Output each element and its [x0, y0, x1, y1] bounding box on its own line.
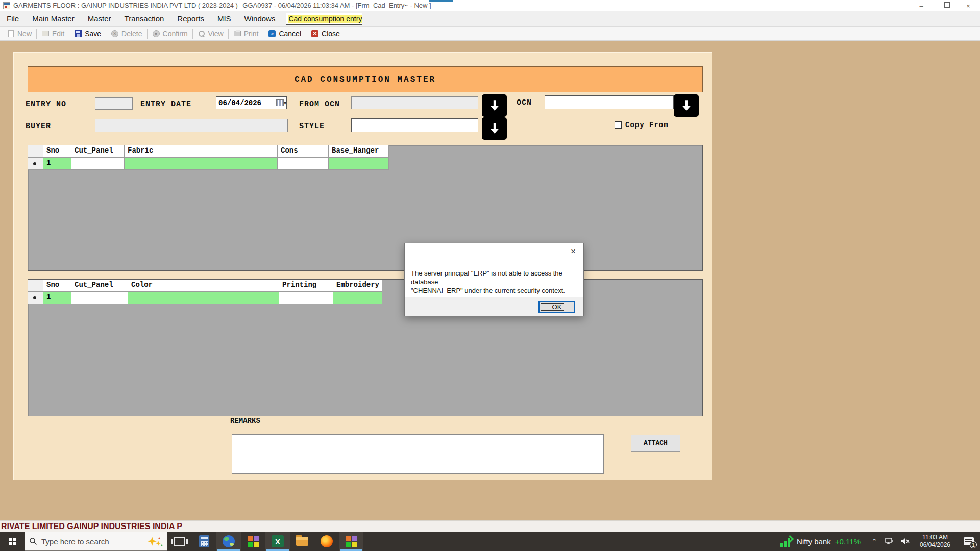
cell-embroidery[interactable] — [333, 292, 382, 304]
taskbar-app-erp-globe[interactable] — [216, 532, 241, 551]
delete-button[interactable]: ✕Delete — [106, 28, 146, 40]
globe-icon — [223, 535, 235, 547]
style-field[interactable] — [351, 118, 478, 132]
tray-expand-chevron[interactable]: ⌃ — [867, 532, 882, 551]
cell-fabric[interactable] — [125, 158, 278, 170]
column-header[interactable]: Cons — [278, 145, 329, 158]
row-selector[interactable] — [28, 158, 43, 170]
edit-button[interactable]: Edit — [37, 28, 69, 40]
close-button[interactable]: × — [957, 0, 980, 11]
taskbar-app-excel[interactable]: X — [265, 532, 290, 551]
column-header[interactable]: Sno — [43, 145, 71, 158]
column-header[interactable]: Color — [128, 280, 279, 292]
taskbar-app-colorful-2[interactable] — [339, 532, 363, 551]
taskbar-clock[interactable]: 11:03 AM 06/04/2026 — [913, 532, 958, 551]
notification-badge: 1 — [970, 541, 977, 548]
entry-date-value: 06/04/2026 — [216, 97, 276, 109]
cell-cut-panel[interactable] — [71, 158, 125, 170]
date-dropdown-arrow-icon[interactable]: ▾ — [284, 100, 286, 106]
row-selector[interactable] — [28, 292, 43, 304]
copy-from-checkbox[interactable] — [615, 121, 622, 129]
taskbar-app-file-explorer[interactable] — [290, 532, 314, 551]
new-button[interactable]: New — [2, 28, 36, 40]
view-button[interactable]: View — [193, 28, 228, 40]
app-icon — [3, 2, 10, 9]
cell-printing[interactable] — [279, 292, 333, 304]
menu-mis[interactable]: MIS — [211, 11, 238, 27]
from-ocn-lookup-button[interactable] — [482, 94, 507, 117]
restore-icon — [943, 4, 947, 8]
menu-transaction[interactable]: Transaction — [118, 11, 171, 27]
cell-cut-panel[interactable] — [71, 292, 128, 304]
cell-sno[interactable]: 1 — [43, 158, 71, 170]
ocn-lookup-button[interactable] — [674, 94, 699, 117]
close-x-icon: ✕ — [311, 30, 319, 38]
stock-ticker-widget[interactable]: Nifty bank +0.11% — [774, 532, 867, 551]
form-title-banner: CAD CONSUMPTION MASTER — [28, 66, 703, 92]
taskbar-search[interactable]: Type here to search — [24, 532, 167, 551]
menu-main-master[interactable]: Main Master — [26, 11, 81, 27]
excel-icon: X — [272, 535, 284, 547]
ocn-field[interactable] — [545, 95, 674, 109]
column-header[interactable]: Cut_Panel — [71, 280, 128, 292]
entry-date-label: ENTRY DATE — [140, 100, 191, 109]
menu-file[interactable]: File — [0, 11, 26, 27]
column-header[interactable]: Printing — [279, 280, 333, 292]
clock-time: 11:03 AM — [922, 534, 948, 541]
copilot-sparkle-icon — [145, 536, 163, 547]
taskbar-app-colorful-1[interactable] — [241, 532, 265, 551]
style-lookup-button[interactable] — [482, 117, 507, 140]
calculator-icon — [199, 535, 209, 547]
minimize-button[interactable]: – — [910, 0, 933, 11]
menu-reports[interactable]: Reports — [170, 11, 211, 27]
screen-select-combobox[interactable]: Cad consumption entry — [286, 13, 362, 25]
column-header[interactable]: Base_Hanger — [329, 145, 389, 158]
ocn-label: OCN — [517, 98, 532, 107]
calendar-icon[interactable] — [276, 99, 284, 106]
row-selector-header — [28, 280, 43, 292]
taskbar-app-firefox[interactable] — [314, 532, 339, 551]
menu-windows[interactable]: Windows — [238, 11, 282, 27]
ok-button[interactable]: OK — [538, 301, 575, 313]
network-tray-icon[interactable] — [882, 532, 897, 551]
attach-button[interactable]: ATTACH — [631, 435, 680, 452]
clock-date: 06/04/2026 — [920, 541, 950, 549]
close-button-toolbar[interactable]: ✕Close — [306, 28, 345, 40]
action-center-button[interactable]: 1 — [958, 532, 980, 551]
status-marquee-text: RIVATE LIMITED GAINUP INDUSTRIES INDIA P — [0, 522, 182, 531]
copy-from-option[interactable]: Copy From — [615, 121, 669, 129]
cancel-button[interactable]: »Cancel — [263, 28, 306, 40]
cell-color[interactable] — [128, 292, 279, 304]
print-button[interactable]: Print — [229, 28, 263, 40]
entry-date-field[interactable]: 06/04/2026 ▾ — [216, 96, 287, 109]
cell-sno[interactable]: 1 — [43, 292, 71, 304]
remarks-textarea[interactable] — [232, 434, 604, 474]
cell-base-hanger[interactable] — [329, 158, 389, 170]
menu-master[interactable]: Master — [81, 11, 118, 27]
task-view-button[interactable] — [167, 532, 192, 551]
dialog-close-icon[interactable]: × — [568, 246, 578, 257]
mdi-child-title: GGA0937 - 06/04/2026 11:03:34 AM - [Frm_… — [204, 2, 470, 9]
volume-muted-tray-icon[interactable] — [897, 532, 913, 551]
cell-cons[interactable] — [278, 158, 329, 170]
restore-button[interactable] — [933, 0, 957, 11]
column-header[interactable]: Fabric — [125, 145, 278, 158]
search-icon — [29, 537, 37, 545]
column-header[interactable]: Cut_Panel — [71, 145, 125, 158]
dialog-message-line2: "CHENNAI_ERP" under the current security… — [411, 286, 579, 295]
window-controls: – × — [910, 0, 980, 11]
dialog-footer: OK — [405, 297, 583, 316]
save-button[interactable]: Save — [69, 28, 106, 40]
confirm-button[interactable]: ●Confirm — [148, 28, 192, 40]
grid-header-row: Sno Cut_Panel Color Printing Embroidery — [28, 280, 702, 292]
start-button[interactable] — [0, 532, 24, 551]
cad-consumption-form: CAD CONSUMPTION MASTER ENTRY NO ENTRY DA… — [13, 52, 712, 480]
title-bar: GARMENTS FLOOR : GAINUP INDUSTRIES INDIA… — [0, 0, 980, 11]
windows-logo-icon — [9, 538, 16, 545]
stock-name: Nifty bank — [797, 537, 831, 546]
column-header[interactable]: Sno — [43, 280, 71, 292]
edit-folder-icon — [41, 30, 50, 38]
buyer-field — [95, 119, 288, 132]
taskbar-app-calculator[interactable] — [192, 532, 216, 551]
column-header[interactable]: Embroidery — [333, 280, 382, 292]
